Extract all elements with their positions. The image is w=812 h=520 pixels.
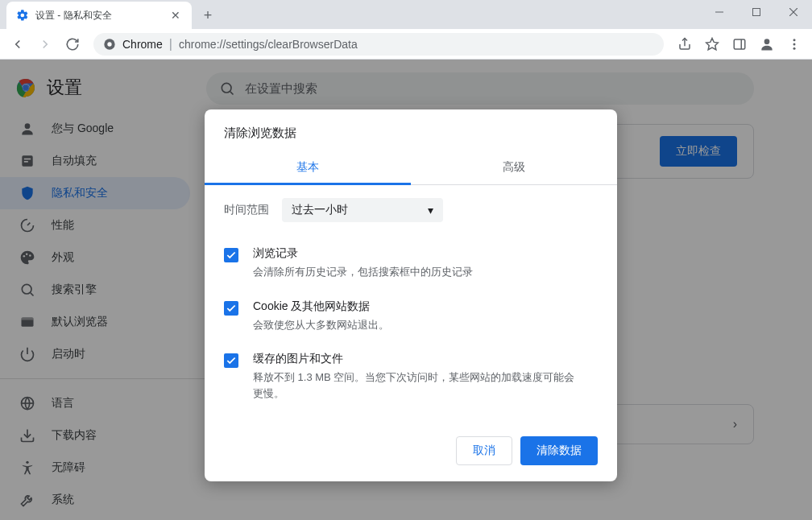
new-tab-button[interactable]: + xyxy=(197,4,219,27)
svg-point-10 xyxy=(764,39,770,44)
minimize-button[interactable] xyxy=(701,0,738,24)
svg-point-13 xyxy=(793,47,796,49)
checkbox[interactable] xyxy=(224,353,238,368)
time-range-value: 过去一小时 xyxy=(292,203,348,217)
address-bar[interactable]: Chrome | chrome://settings/clearBrowserD… xyxy=(93,33,664,56)
option-title: Cookie 及其他网站数据 xyxy=(253,299,389,314)
dialog-tabs: 基本 高级 xyxy=(205,151,617,185)
checkbox[interactable] xyxy=(224,248,238,262)
menu-button[interactable] xyxy=(783,33,806,56)
profile-button[interactable] xyxy=(756,33,778,56)
browser-toolbar: Chrome | chrome://settings/clearBrowserD… xyxy=(0,29,812,60)
svg-point-11 xyxy=(793,39,796,41)
tab-advanced[interactable]: 高级 xyxy=(411,151,617,184)
svg-point-12 xyxy=(793,43,796,45)
option-title: 浏览记录 xyxy=(253,246,473,261)
browser-tab[interactable]: 设置 - 隐私和安全 ✕ xyxy=(6,2,192,29)
clear-data-option: 缓存的图片和文件释放不到 1.3 MB 空间。当您下次访问时，某些网站的加载速度… xyxy=(224,342,598,411)
window-close-button[interactable] xyxy=(775,0,812,24)
svg-point-5 xyxy=(107,42,111,46)
svg-rect-1 xyxy=(753,9,760,16)
side-panel-button[interactable] xyxy=(728,33,751,56)
maximize-button[interactable] xyxy=(738,0,775,24)
close-tab-icon[interactable]: ✕ xyxy=(169,9,182,22)
svg-marker-7 xyxy=(706,38,719,49)
url-text: chrome://settings/clearBrowserData xyxy=(179,38,358,51)
option-desc: 释放不到 1.3 MB 空间。当您下次访问时，某些网站的加载速度可能会更慢。 xyxy=(253,369,575,401)
tab-basic[interactable]: 基本 xyxy=(205,151,411,184)
checkbox[interactable] xyxy=(224,301,238,316)
share-button[interactable] xyxy=(673,33,696,56)
option-desc: 会致使您从大多数网站退出。 xyxy=(253,317,389,333)
clear-data-dialog: 清除浏览数据 基本 高级 时间范围 过去一小时 ▾ 浏览记录会清除所有历史记录，… xyxy=(205,109,617,481)
bookmark-button[interactable] xyxy=(701,33,723,56)
chevron-down-icon: ▾ xyxy=(428,204,433,217)
time-range-label: 时间范围 xyxy=(224,203,269,217)
cancel-button[interactable]: 取消 xyxy=(456,436,512,465)
reload-button[interactable] xyxy=(61,33,84,56)
clear-data-button[interactable]: 清除数据 xyxy=(520,436,598,465)
clear-data-option: Cookie 及其他网站数据会致使您从大多数网站退出。 xyxy=(224,290,598,343)
url-separator: | xyxy=(169,37,172,52)
svg-rect-8 xyxy=(734,39,745,49)
time-range-dropdown[interactable]: 过去一小时 ▾ xyxy=(282,198,443,222)
url-prefix: Chrome xyxy=(122,38,163,51)
browser-titlebar: 设置 - 隐私和安全 ✕ + xyxy=(0,0,812,29)
clear-data-option: 浏览记录会清除所有历史记录，包括搜索框中的历史记录 xyxy=(224,237,598,290)
dialog-title: 清除浏览数据 xyxy=(205,109,617,151)
option-title: 缓存的图片和文件 xyxy=(253,352,575,366)
chrome-icon xyxy=(103,38,116,51)
gear-icon xyxy=(16,9,29,22)
option-desc: 会清除所有历史记录，包括搜索框中的历史记录 xyxy=(253,264,473,280)
forward-button[interactable] xyxy=(34,33,56,56)
back-button[interactable] xyxy=(6,33,29,56)
tab-title: 设置 - 隐私和安全 xyxy=(35,9,163,23)
